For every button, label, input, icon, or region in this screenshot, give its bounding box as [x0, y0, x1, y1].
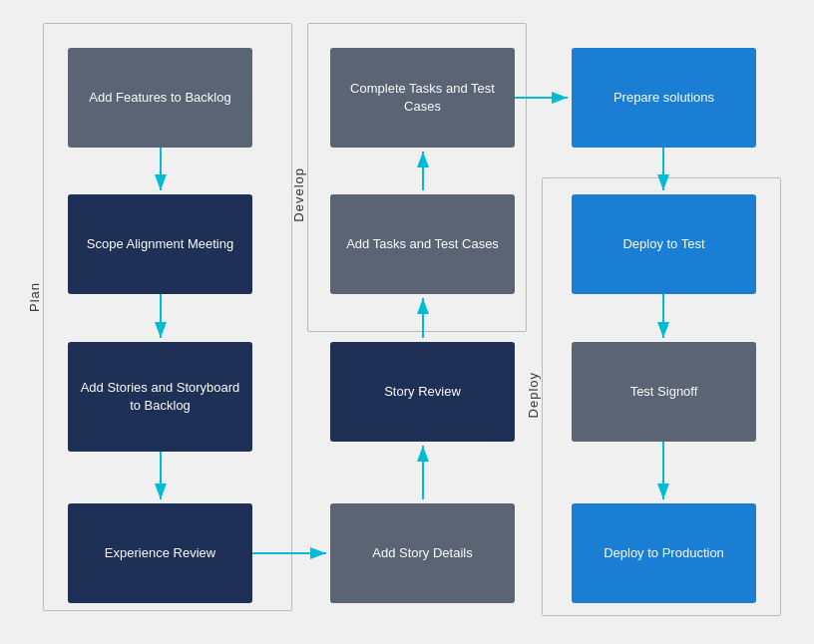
experience-review-box[interactable]: Experience Review: [68, 503, 252, 603]
add-features-box[interactable]: Add Features to Backlog: [68, 48, 252, 148]
deploy-test-box[interactable]: Deploy to Test: [572, 194, 756, 294]
scope-alignment-box[interactable]: Scope Alignment Meeting: [68, 194, 252, 294]
add-tasks-box[interactable]: Add Tasks and Test Cases: [330, 194, 515, 294]
test-signoff-box[interactable]: Test Signoff: [572, 342, 756, 442]
story-review-box[interactable]: Story Review: [330, 342, 515, 442]
label-deploy: Deploy: [526, 372, 541, 418]
add-stories-box[interactable]: Add Stories and Storyboard to Backlog: [68, 342, 252, 452]
complete-tasks-box[interactable]: Complete Tasks and Test Cases: [330, 48, 515, 148]
main-container: Plan Develop Deploy Add Features to Back…: [13, 13, 801, 631]
add-story-details-box[interactable]: Add Story Details: [330, 503, 515, 603]
prepare-solutions-box[interactable]: Prepare solutions: [572, 48, 756, 148]
label-plan: Plan: [27, 282, 42, 312]
deploy-production-box[interactable]: Deploy to Production: [572, 503, 756, 603]
label-develop: Develop: [291, 167, 306, 222]
